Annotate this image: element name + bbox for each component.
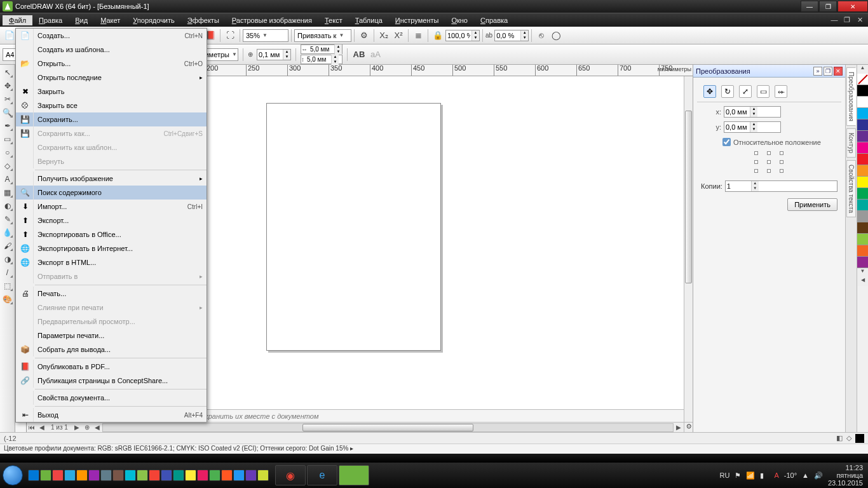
menuitem-экспортировать-в-интернет-[interactable]: 🌐Экспортировать в Интернет... [16,241,207,255]
swatch-ed1c24[interactable] [857,154,868,165]
swatch-8dc63f[interactable] [857,234,868,245]
swatch-92278f[interactable] [857,257,868,268]
duplicate-distance[interactable]: ↔▲▼ ↕▲▼ [301,44,342,64]
window-close-button[interactable]: ✕ [837,1,868,12]
menuitem-свойства-документа-[interactable]: Свойства документа... [16,391,207,405]
menuitem-опубликовать-в-pdf-[interactable]: 📕Опубликовать в PDF... [16,360,207,374]
new-icon[interactable]: 📄 [3,29,17,43]
tool-14[interactable]: ◑ [1,253,14,266]
pinned-app-8[interactable] [125,470,136,481]
fullscreen-icon[interactable]: ⛶ [223,29,237,43]
zoom-combo[interactable]: 35%▼ [243,29,288,42]
swatch-662d91[interactable] [857,131,868,142]
menuitem-сохранить-[interactable]: 💾Сохранить... [16,112,207,126]
navigator-icon[interactable]: ⊙ [684,422,693,432]
color-swatch-black[interactable] [855,434,864,443]
palette-expand-icon[interactable]: ◀ [857,277,868,286]
mdi-restore[interactable]: ❐ [841,16,853,24]
tool-16[interactable]: ⬚ [1,280,14,292]
tool-8[interactable]: A [1,173,14,186]
network-icon[interactable]: 📶 [746,471,755,480]
menu-макет[interactable]: Макет [94,15,126,25]
no-fill-swatch[interactable] [857,74,868,85]
pinned-app-4[interactable] [76,470,88,481]
transform-rotate-tab[interactable]: ↻ [721,85,734,98]
tool-15[interactable]: / [1,266,14,279]
menu-инструменты[interactable]: Инструменты [389,15,445,25]
tool-2[interactable]: ✂ [1,93,14,105]
anchor-grid[interactable] [754,151,785,174]
horizontal-scrollbar[interactable]: ⏮◀1 из 1▶⊕ ◀▶ [27,422,684,432]
options-icon[interactable]: ⚙ [357,29,371,43]
menuitem-собрать-для-вывода-[interactable]: 📦Собрать для вывода... [16,342,207,356]
swatch-000000[interactable] [857,85,868,97]
swatch-f26522[interactable] [857,245,868,257]
menu-растровые изображения[interactable]: Растровые изображения [226,15,318,25]
swatch-999999[interactable] [857,211,868,222]
taskbar-chrome-icon[interactable]: ◉ [275,465,306,485]
pinned-app-6[interactable] [100,470,112,481]
relative-position-checkbox[interactable]: Относительное положение [722,138,841,146]
pinned-app-15[interactable] [209,470,220,481]
pinned-app-19[interactable] [257,470,269,481]
menuitem-экспорт-в-html-[interactable]: 🌐Экспорт в HTML... [16,255,207,269]
pinned-app-10[interactable] [149,470,160,481]
menu-вид[interactable]: Вид [69,15,94,25]
taskbar-ie-icon[interactable]: e [307,465,337,485]
y-position-input[interactable]: ▲▼ [724,121,781,133]
text-ab-icon[interactable]: AB [352,48,366,62]
copies-input[interactable]: ▲▼ [725,180,837,192]
tool-6[interactable]: ○ [1,146,14,159]
pinned-app-3[interactable] [64,470,76,481]
menu-файл[interactable]: Файл [3,15,32,25]
pinned-app-14[interactable] [197,470,208,481]
pinned-app-0[interactable] [28,470,39,481]
transform-size-tab[interactable]: ▭ [757,85,770,98]
transform-skew-tab[interactable]: ⬰ [775,85,787,98]
x-position-input[interactable]: ▲▼ [724,106,781,118]
snap-combo[interactable]: Привязать к▼ [294,29,351,42]
docker-collapse-icon[interactable]: » [813,67,822,76]
menuitem-получить-изображение[interactable]: Получить изображение [16,172,207,186]
action-center-icon[interactable]: ⚑ [735,471,741,480]
tool-9[interactable]: ▦ [1,186,14,199]
docker-undock-icon[interactable]: ❐ [824,67,832,76]
swatch-00a651[interactable] [857,188,868,200]
pinned-app-18[interactable] [245,470,257,481]
menuitem-импорт-[interactable]: ⬇Импорт...Ctrl+I [16,200,207,214]
menuitem-экспорт-[interactable]: ⬆Экспорт... [16,214,207,227]
superscript-icon[interactable]: X² [391,29,405,43]
input-language[interactable]: RU [720,471,730,479]
tool-4[interactable]: ✒ [1,119,14,132]
swatch-ffffff[interactable] [857,97,868,108]
launch-icon[interactable]: ⎋ [534,29,548,43]
taskbar-corel-icon[interactable] [339,465,369,485]
palette-up-icon[interactable]: ▲ [857,65,868,74]
scale-lock-icon[interactable]: 🔒 [431,29,445,43]
swatch-f7941d[interactable] [857,165,868,177]
tool-13[interactable]: 🖌 [1,240,14,252]
scale-spinner[interactable]: ▲▼ [445,30,480,41]
tool-7[interactable]: ◇ [1,159,14,172]
tool-12[interactable]: 💧 [1,226,14,239]
pinned-app-7[interactable] [112,470,124,481]
swatch-fff200[interactable] [857,177,868,188]
apply-button[interactable]: Применить [787,198,837,211]
swatch-603913[interactable] [857,222,868,234]
document-page[interactable] [266,103,441,351]
pinned-app-5[interactable] [88,470,100,481]
pinned-app-9[interactable] [137,470,148,481]
mdi-minimize[interactable]: — [829,16,840,24]
adobe-tray-icon[interactable]: A [774,471,778,479]
docker-titlebar[interactable]: Преобразования » ❐ ✕ [693,65,845,78]
tool-3[interactable]: 🔍 [1,106,14,119]
transform-position-tab[interactable]: ✥ [703,85,716,98]
pinned-app-11[interactable] [161,470,172,481]
menuitem-параметры-печати-[interactable]: Параметры печати... [16,329,207,342]
menu-таблица[interactable]: Таблица [349,15,389,25]
battery-icon[interactable]: ▮ [760,471,764,480]
pinned-app-17[interactable] [233,470,245,481]
docker-tab-1[interactable]: Контур [846,128,856,158]
outline-indicator-icon[interactable]: ◇ [846,434,851,442]
menuitem-экспортировать-в-office-[interactable]: ⬆Экспортировать в Office... [16,227,207,241]
